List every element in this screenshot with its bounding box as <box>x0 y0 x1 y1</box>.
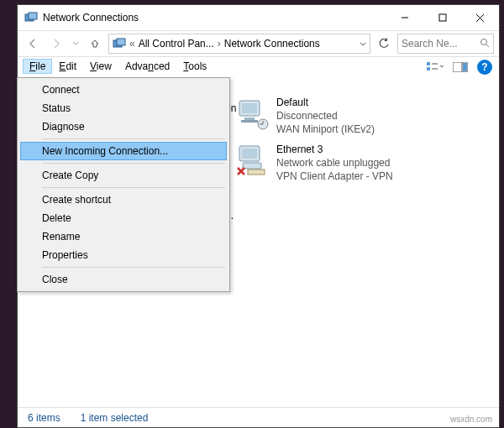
svg-rect-23 <box>242 149 257 159</box>
svg-rect-7 <box>117 39 125 45</box>
breadcrumb-icon <box>113 37 126 50</box>
view-options-button[interactable] <box>427 59 444 76</box>
item-count: 6 items <box>28 412 60 424</box>
svg-rect-18 <box>242 103 257 113</box>
connection-device: WAN Miniport (IKEv2) <box>276 123 375 136</box>
connection-item[interactable]: Default Disconnected WAN Miniport (IKEv2… <box>234 92 393 139</box>
svg-rect-3 <box>439 14 446 21</box>
statusbar: 6 items 1 item selected <box>18 407 499 427</box>
watermark: wsxdn.com <box>450 415 492 424</box>
connection-status: Disconnected <box>276 109 375 123</box>
connection-name: Ethernet 3 <box>276 143 393 156</box>
window-buttons <box>386 6 499 30</box>
help-button[interactable]: ? <box>477 60 492 75</box>
menu-create-shortcut[interactable]: Create shortcut <box>20 191 227 209</box>
search-placeholder: Search Ne... <box>402 38 476 50</box>
svg-rect-11 <box>427 67 430 70</box>
breadcrumb-segment[interactable]: All Control Pan... <box>139 38 214 50</box>
up-button[interactable] <box>85 34 105 54</box>
svg-rect-16 <box>463 63 467 71</box>
chevron-icon: « <box>128 38 137 50</box>
minimize-button[interactable] <box>386 6 423 30</box>
menu-create-copy[interactable]: Create Copy <box>20 166 227 185</box>
menu-delete[interactable]: Delete <box>20 209 227 227</box>
connection-device: VPN Client Adapter - VPN <box>276 170 393 183</box>
menu-tools[interactable]: Tools <box>176 59 213 74</box>
selection-count: 1 item selected <box>81 412 149 424</box>
menu-properties[interactable]: Properties <box>20 246 227 264</box>
menu-separator <box>42 163 225 164</box>
menu-diagnose[interactable]: Diagnose <box>20 117 227 136</box>
menu-status[interactable]: Status <box>20 99 227 117</box>
menu-connect[interactable]: Connect <box>20 81 227 99</box>
menu-rename[interactable]: Rename <box>20 227 227 246</box>
menu-close[interactable]: Close <box>20 270 227 289</box>
maximize-button[interactable] <box>423 6 461 30</box>
svg-rect-24 <box>243 163 261 169</box>
connection-name: Default <box>276 96 375 109</box>
svg-rect-25 <box>248 170 265 175</box>
refresh-button[interactable] <box>374 34 394 54</box>
svg-point-8 <box>481 39 487 44</box>
window-title: Network Connections <box>43 12 386 23</box>
wan-miniport-icon <box>234 96 270 131</box>
search-icon <box>480 38 490 50</box>
back-button[interactable] <box>23 34 43 54</box>
search-input[interactable]: Search Ne... <box>397 34 494 54</box>
navbar: « All Control Pan... › Network Connectio… <box>18 30 499 57</box>
titlebar: Network Connections <box>18 5 499 30</box>
svg-rect-10 <box>427 62 430 65</box>
file-menu-dropdown: Connect Status Diagnose New Incoming Con… <box>17 77 230 292</box>
connection-item[interactable]: Ethernet 3 Network cable unplugged VPN C… <box>234 139 393 186</box>
svg-rect-1 <box>29 13 37 19</box>
toolbar-right: ? <box>427 59 492 76</box>
svg-line-9 <box>486 44 489 47</box>
breadcrumb-segment[interactable]: Network Connections <box>224 38 320 50</box>
recent-dropdown[interactable] <box>70 34 81 54</box>
window-icon <box>24 11 38 24</box>
ethernet-adapter-icon <box>234 143 270 178</box>
forward-button[interactable] <box>46 34 66 54</box>
breadcrumb[interactable]: « All Control Pan... › Network Connectio… <box>108 34 370 54</box>
chevron-down-icon[interactable] <box>360 38 366 50</box>
chevron-icon: › <box>216 38 223 50</box>
menu-edit[interactable]: Edit <box>52 59 83 74</box>
menu-file[interactable]: File <box>23 59 52 74</box>
close-button[interactable] <box>461 6 499 30</box>
menu-new-incoming-connection[interactable]: New Incoming Connection... <box>20 142 227 160</box>
connection-status: Network cable unplugged <box>276 156 393 170</box>
connection-list: Default Disconnected WAN Miniport (IKEv2… <box>234 92 393 186</box>
menu-separator <box>42 187 225 188</box>
menu-separator <box>42 138 225 139</box>
svg-rect-20 <box>241 120 258 123</box>
menu-view[interactable]: View <box>83 59 118 74</box>
preview-pane-button[interactable] <box>452 59 469 76</box>
menu-separator <box>42 267 225 268</box>
menu-advanced[interactable]: Advanced <box>118 59 176 74</box>
svg-rect-19 <box>244 117 255 120</box>
